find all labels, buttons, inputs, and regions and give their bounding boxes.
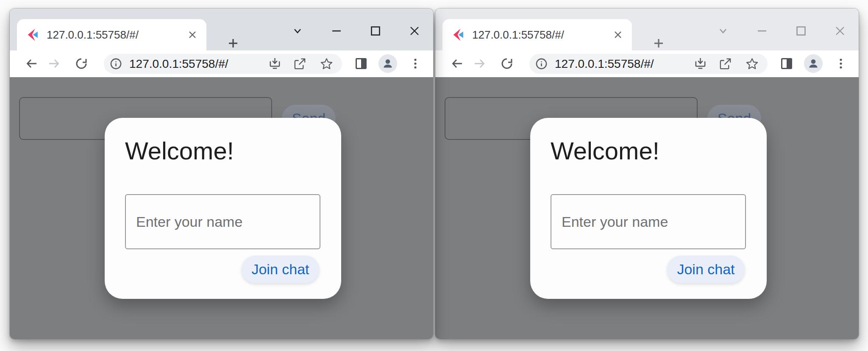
tab-close-icon[interactable]: [611, 28, 625, 42]
browser-tab[interactable]: 127.0.0.1:55758/#/: [442, 19, 632, 50]
name-input[interactable]: [125, 194, 320, 249]
welcome-dialog: Welcome! Join chat: [530, 118, 767, 299]
window-minimize-icon[interactable]: [747, 23, 777, 39]
menu-dots-icon[interactable]: [833, 56, 849, 71]
share-icon[interactable]: [293, 57, 306, 70]
side-panel-icon[interactable]: [353, 56, 369, 71]
site-favicon-icon: [452, 28, 465, 41]
download-page-icon[interactable]: [694, 57, 707, 70]
forward-icon[interactable]: [472, 56, 487, 71]
back-icon[interactable]: [450, 56, 465, 71]
back-icon[interactable]: [24, 56, 39, 71]
address-bar[interactable]: 127.0.0.1:55758/#/: [104, 54, 342, 74]
reload-icon[interactable]: [499, 56, 515, 71]
welcome-dialog: Welcome! Join chat: [105, 118, 341, 299]
tab-strip: 127.0.0.1:55758/#/: [435, 8, 859, 50]
window-maximize-icon[interactable]: [360, 23, 391, 39]
join-chat-button[interactable]: Join chat: [667, 256, 745, 283]
address-bar[interactable]: 127.0.0.1:55758/#/: [529, 54, 768, 74]
browser-window-right: 127.0.0.1:55758/#/: [435, 8, 859, 339]
browser-toolbar: 127.0.0.1:55758/#/: [435, 50, 859, 77]
download-page-icon[interactable]: [268, 57, 281, 70]
profile-avatar-icon[interactable]: [378, 54, 397, 73]
side-panel-icon[interactable]: [779, 56, 794, 71]
share-icon[interactable]: [719, 57, 732, 70]
window-chevron-down-icon[interactable]: [282, 23, 313, 39]
page-content: Send Welcome! Join chat: [10, 77, 433, 339]
browser-tab[interactable]: 127.0.0.1:55758/#/: [17, 19, 206, 50]
forward-icon[interactable]: [46, 56, 61, 71]
name-input[interactable]: [551, 194, 746, 249]
reload-icon[interactable]: [74, 56, 89, 71]
join-chat-button[interactable]: Join chat: [242, 256, 319, 283]
browser-toolbar: 127.0.0.1:55758/#/: [10, 50, 433, 77]
page-content: Send Welcome! Join chat: [435, 77, 859, 339]
window-controls: [282, 23, 430, 39]
profile-avatar-icon[interactable]: [804, 54, 823, 73]
tab-title: 127.0.0.1:55758/#/: [47, 28, 185, 42]
new-tab-icon[interactable]: [650, 34, 668, 52]
window-close-icon[interactable]: [825, 23, 855, 39]
tab-title: 127.0.0.1:55758/#/: [472, 28, 611, 42]
tab-strip: 127.0.0.1:55758/#/: [10, 8, 433, 50]
site-info-icon[interactable]: [109, 57, 122, 70]
menu-dots-icon[interactable]: [408, 56, 423, 71]
window-controls: [708, 23, 855, 39]
dialog-title: Welcome!: [551, 139, 659, 163]
bookmark-star-icon[interactable]: [320, 57, 333, 70]
window-chevron-down-icon[interactable]: [708, 23, 738, 39]
window-minimize-icon[interactable]: [321, 23, 352, 39]
url-text[interactable]: 127.0.0.1:55758/#/: [555, 54, 654, 74]
new-tab-icon[interactable]: [224, 34, 242, 52]
url-text[interactable]: 127.0.0.1:55758/#/: [129, 54, 228, 74]
site-favicon-icon: [26, 28, 39, 41]
tab-close-icon[interactable]: [185, 28, 200, 42]
window-maximize-icon[interactable]: [786, 23, 816, 39]
dialog-title: Welcome!: [125, 139, 234, 163]
window-close-icon[interactable]: [399, 23, 430, 39]
site-info-icon[interactable]: [535, 57, 548, 70]
browser-window-left: 127.0.0.1:55758/#/: [10, 8, 433, 339]
bookmark-star-icon[interactable]: [746, 57, 759, 70]
